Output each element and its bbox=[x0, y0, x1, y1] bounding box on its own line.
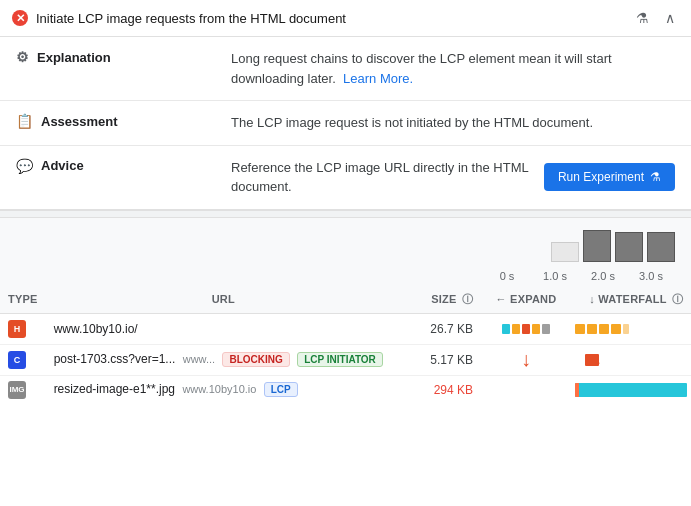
arrow-container-2: ↓ bbox=[489, 350, 563, 370]
size-cell-2: 5.17 KB bbox=[401, 344, 481, 375]
down-arrow-2: ↓ bbox=[521, 348, 531, 371]
document-icon: 📋 bbox=[16, 113, 33, 129]
img-type-badge: IMG bbox=[8, 381, 26, 399]
size-cell-3: 294 KB bbox=[401, 375, 481, 404]
size-val-1: 26.7 KB bbox=[430, 322, 473, 336]
wf-bar-3-start bbox=[575, 383, 579, 397]
time-0: 0 s bbox=[483, 270, 531, 282]
assessment-label-cell: 📋 Assessment bbox=[0, 101, 215, 146]
type-cell-3: IMG bbox=[0, 375, 46, 404]
waterfall-header-row: TYPE URL SIZE ⓘ ← EXPAND ↓ WATERFALL ⓘ bbox=[0, 286, 691, 314]
panel-title: Initiate LCP image requests from the HTM… bbox=[36, 11, 624, 26]
table-row: IMG resized-image-e1**.jpg www.10by10.io… bbox=[0, 375, 691, 404]
wf-bar-1a bbox=[575, 324, 585, 334]
run-experiment-label: Run Experiment bbox=[558, 170, 644, 184]
wf-bar-1e bbox=[623, 324, 629, 334]
type-cell-1: H bbox=[0, 313, 46, 344]
bar-cyan bbox=[502, 324, 510, 334]
assessment-text: The LCP image request is not initiated b… bbox=[231, 115, 593, 130]
thumb-4 bbox=[647, 232, 675, 262]
collapse-button[interactable]: ∧ bbox=[661, 8, 679, 28]
explanation-label: Explanation bbox=[37, 50, 111, 65]
down-arrow-wf-2: ↓ bbox=[593, 349, 602, 370]
waterfall-section: 0 s 1.0 s 2.0 s 3.0 s TYPE URL SIZE ⓘ ← … bbox=[0, 218, 691, 404]
expand-cell-2: ↓ bbox=[481, 344, 571, 375]
header-actions: ⚗ ∧ bbox=[632, 8, 679, 28]
url-sub-3: www.10by10.io bbox=[182, 383, 256, 395]
time-scale: 0 s 1.0 s 2.0 s 3.0 s bbox=[483, 270, 675, 282]
url-cell-3: resized-image-e1**.jpg www.10by10.io LCP bbox=[46, 375, 401, 404]
col-waterfall-header: ↓ WATERFALL ⓘ bbox=[571, 286, 691, 314]
url-sub-2: www... bbox=[183, 353, 215, 365]
thumb-1 bbox=[551, 242, 579, 262]
timeline-header: 0 s 1.0 s 2.0 s 3.0 s bbox=[0, 226, 691, 286]
advice-label: Advice bbox=[41, 158, 84, 173]
size-info-icon: ⓘ bbox=[462, 293, 473, 305]
waterfall-cell-1 bbox=[571, 313, 691, 344]
expand-cell-1 bbox=[481, 313, 571, 344]
lcp-initiator-badge: LCP INITIATOR bbox=[297, 352, 383, 367]
size-val-2: 5.17 KB bbox=[430, 353, 473, 367]
url-text-1: www.10by10.io/ bbox=[54, 322, 138, 336]
explanation-label-cell: ⚙ Explanation bbox=[0, 37, 215, 101]
url-cell-2: post-1703.css?ver=1... www... BLOCKING L… bbox=[46, 344, 401, 375]
time-1: 1.0 s bbox=[531, 270, 579, 282]
flask-button[interactable]: ⚗ bbox=[632, 8, 653, 28]
assessment-value-cell: The LCP image request is not initiated b… bbox=[215, 101, 691, 146]
wf-bar-3 bbox=[575, 383, 687, 397]
wf-bar-1b bbox=[587, 324, 597, 334]
bar-red bbox=[522, 324, 530, 334]
thumb-2 bbox=[583, 230, 611, 262]
waterfall-cell-2: ↓ bbox=[571, 344, 691, 375]
settings-icon: ⚙ bbox=[16, 49, 29, 65]
assessment-label: Assessment bbox=[41, 114, 118, 129]
explanation-value-cell: Long request chains to discover the LCP … bbox=[215, 37, 691, 101]
lcp-badge: LCP bbox=[264, 382, 298, 397]
url-cell-1: www.10by10.io/ bbox=[46, 313, 401, 344]
learn-more-link[interactable]: Learn More. bbox=[343, 71, 413, 86]
bar-orange2 bbox=[532, 324, 540, 334]
timeline-thumbnails bbox=[551, 230, 675, 262]
url-text-3: resized-image-e1**.jpg bbox=[54, 382, 175, 396]
url-text-2: post-1703.css?ver=1... bbox=[54, 352, 176, 366]
css-type-badge: C bbox=[8, 351, 26, 369]
bar-area-1 bbox=[489, 319, 563, 339]
advice-row: 💬 Advice Reference the LCP image URL dir… bbox=[0, 145, 691, 209]
expand-cell-3 bbox=[481, 375, 571, 404]
section-divider bbox=[0, 210, 691, 218]
waterfall-info-icon: ⓘ bbox=[672, 293, 683, 305]
panel-header: ✕ Initiate LCP image requests from the H… bbox=[0, 0, 691, 37]
thumb-3 bbox=[615, 232, 643, 262]
explanation-row: ⚙ Explanation Long request chains to dis… bbox=[0, 37, 691, 101]
info-table: ⚙ Explanation Long request chains to dis… bbox=[0, 37, 691, 210]
advice-value-cell: Reference the LCP image URL directly in … bbox=[215, 146, 691, 209]
advice-text: Reference the LCP image URL directly in … bbox=[231, 158, 532, 197]
table-row: H www.10by10.io/ 26.7 KB bbox=[0, 313, 691, 344]
col-expand-header: ← EXPAND bbox=[481, 286, 571, 314]
blocking-badge: BLOCKING bbox=[222, 352, 289, 367]
run-flask-icon: ⚗ bbox=[650, 170, 661, 184]
bar-gray bbox=[542, 324, 550, 334]
wf-bar-1c bbox=[599, 324, 609, 334]
col-url-header: URL bbox=[46, 286, 401, 314]
waterfall-cell-3 bbox=[571, 375, 691, 404]
waterfall-table: TYPE URL SIZE ⓘ ← EXPAND ↓ WATERFALL ⓘ H bbox=[0, 286, 691, 404]
time-3: 3.0 s bbox=[627, 270, 675, 282]
wf-bars-1 bbox=[575, 322, 687, 336]
size-val-3: 294 KB bbox=[434, 383, 473, 397]
assessment-row: 📋 Assessment The LCP image request is no… bbox=[0, 101, 691, 146]
run-experiment-button[interactable]: Run Experiment ⚗ bbox=[544, 163, 675, 191]
col-type-header: TYPE bbox=[0, 286, 46, 314]
col-size-header: SIZE ⓘ bbox=[401, 286, 481, 314]
row1-bars bbox=[502, 324, 550, 334]
table-row: C post-1703.css?ver=1... www... BLOCKING… bbox=[0, 344, 691, 375]
html-type-badge: H bbox=[8, 320, 26, 338]
bar-orange1 bbox=[512, 324, 520, 334]
explanation-text: Long request chains to discover the LCP … bbox=[231, 51, 612, 86]
wf-bar-container-2: ↓ bbox=[575, 350, 687, 370]
error-icon: ✕ bbox=[12, 10, 28, 26]
advice-label-cell: 💬 Advice bbox=[0, 145, 215, 209]
wf-bar-1d bbox=[611, 324, 621, 334]
comment-icon: 💬 bbox=[16, 158, 33, 174]
time-2: 2.0 s bbox=[579, 270, 627, 282]
